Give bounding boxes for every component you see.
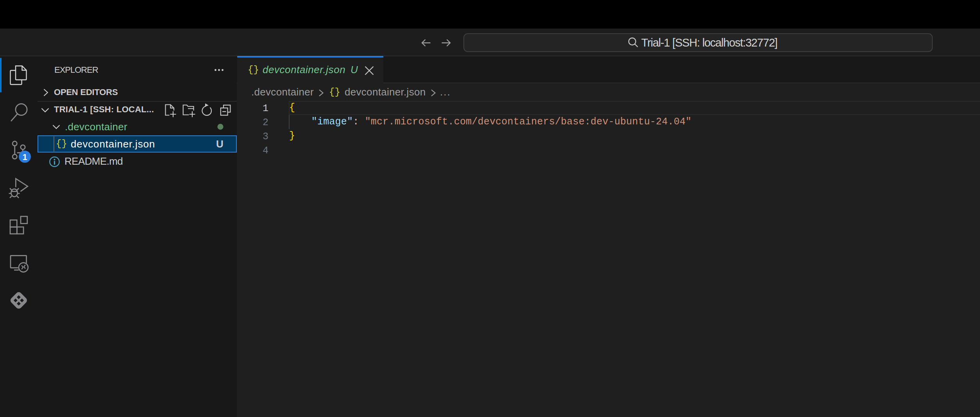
svg-text:1: 1 bbox=[22, 152, 27, 162]
